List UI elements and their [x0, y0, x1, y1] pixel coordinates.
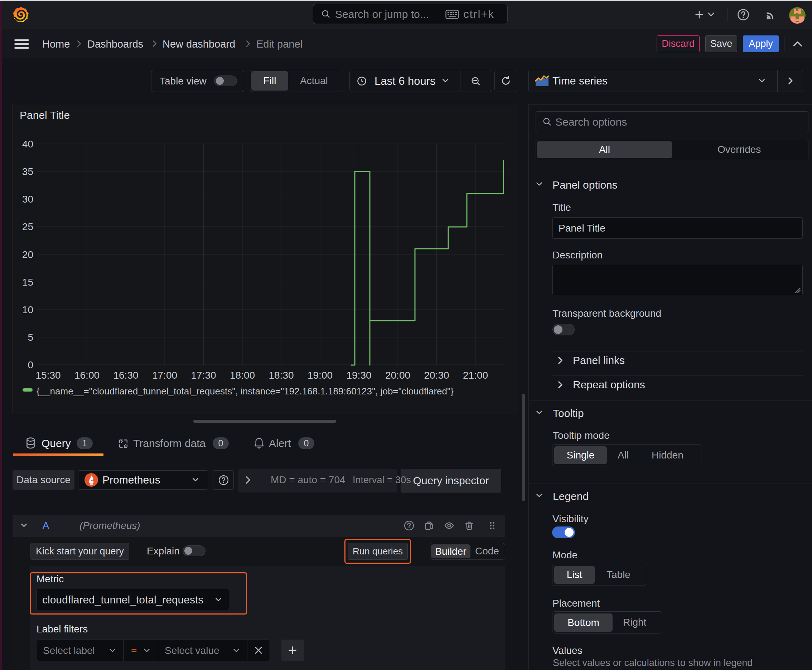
svg-text:17:30: 17:30: [191, 370, 216, 381]
svg-text:35: 35: [22, 166, 33, 177]
svg-text:40: 40: [22, 139, 33, 150]
svg-text:10: 10: [22, 304, 33, 315]
svg-text:21:00: 21:00: [463, 370, 488, 381]
svg-text:25: 25: [22, 221, 33, 232]
svg-text:16:00: 16:00: [75, 370, 100, 381]
svg-text:15: 15: [22, 277, 33, 288]
svg-text:19:30: 19:30: [346, 370, 371, 381]
svg-text:17:00: 17:00: [152, 370, 177, 381]
svg-text:18:30: 18:30: [268, 370, 293, 381]
svg-text:19:00: 19:00: [308, 370, 332, 381]
svg-text:20:30: 20:30: [424, 370, 449, 381]
svg-text:0: 0: [27, 359, 33, 371]
svg-text:30: 30: [22, 194, 33, 205]
svg-text:20: 20: [22, 249, 33, 260]
svg-text:5: 5: [27, 332, 33, 343]
svg-text:15:30: 15:30: [36, 370, 61, 381]
svg-text:20:00: 20:00: [385, 370, 410, 381]
svg-text:16:30: 16:30: [113, 370, 138, 381]
svg-text:18:00: 18:00: [230, 370, 255, 381]
